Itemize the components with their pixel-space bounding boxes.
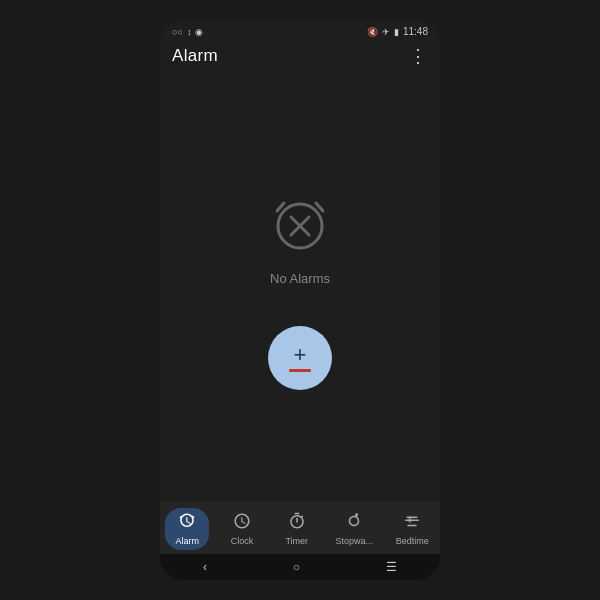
recents-button[interactable]: ☰ <box>386 560 397 574</box>
add-plus-icon: + <box>294 344 307 366</box>
mute-icon: 🔇 <box>367 27 378 37</box>
nav-label-alarm: Alarm <box>176 536 200 546</box>
back-button[interactable]: ‹ <box>203 560 207 574</box>
top-bar: Alarm ⋮ <box>160 41 440 77</box>
main-content: No Alarms + <box>160 77 440 502</box>
status-right: 🔇 ✈ ▮ 11:48 <box>367 26 428 37</box>
nav-label-clock: Clock <box>231 536 254 546</box>
nav-item-timer[interactable]: Timer <box>275 508 319 550</box>
bedtime-nav-icon <box>403 512 421 534</box>
timer-nav-icon <box>288 512 306 534</box>
home-button[interactable]: ○ <box>293 560 300 574</box>
status-time: 11:48 <box>403 26 428 37</box>
nav-label-timer: Timer <box>285 536 308 546</box>
battery-icon: ▮ <box>394 27 399 37</box>
system-nav-bar: ‹ ○ ☰ <box>160 554 440 580</box>
record-icon: ◉ <box>195 27 203 37</box>
nav-label-stopwatch: Stopwa... <box>335 536 373 546</box>
nav-item-stopwatch[interactable]: Stopwa... <box>329 508 379 550</box>
alarm-nav-icon <box>178 512 196 534</box>
add-line-decoration <box>289 369 311 372</box>
status-left: ○○ ↕ ◉ <box>172 27 203 37</box>
nav-item-clock[interactable]: Clock <box>220 508 264 550</box>
bottom-nav: Alarm Clock Timer <box>160 502 440 554</box>
no-alarms-text: No Alarms <box>270 271 330 286</box>
svg-line-1 <box>316 203 323 211</box>
no-alarms-icon <box>265 189 335 259</box>
nav-item-alarm[interactable]: Alarm <box>165 508 209 550</box>
voicemail-icon: ○○ <box>172 27 183 37</box>
clock-nav-icon <box>233 512 251 534</box>
airplane-icon: ✈ <box>382 27 390 37</box>
more-options-icon[interactable]: ⋮ <box>409 45 428 67</box>
usb-icon: ↕ <box>187 27 192 37</box>
page-title: Alarm <box>172 46 218 66</box>
nav-item-bedtime[interactable]: Bedtime <box>390 508 435 550</box>
nav-label-bedtime: Bedtime <box>396 536 429 546</box>
phone-container: ○○ ↕ ◉ 🔇 ✈ ▮ 11:48 Alarm ⋮ No Alarms <box>160 20 440 580</box>
stopwatch-nav-icon <box>345 512 363 534</box>
svg-line-0 <box>277 203 284 211</box>
status-bar: ○○ ↕ ◉ 🔇 ✈ ▮ 11:48 <box>160 20 440 41</box>
add-alarm-button[interactable]: + <box>268 326 332 390</box>
